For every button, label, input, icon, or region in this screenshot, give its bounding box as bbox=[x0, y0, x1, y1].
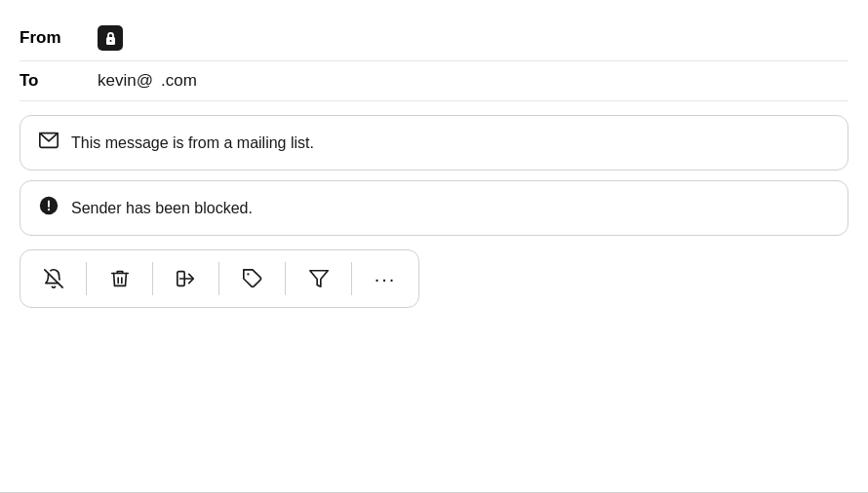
more-button[interactable]: ··· bbox=[352, 250, 418, 307]
to-email-part2: .com bbox=[161, 71, 197, 91]
svg-point-1 bbox=[109, 40, 111, 42]
email-header: From To kevin@ .com bbox=[0, 0, 868, 101]
info-banners: This message is from a mailing list. Sen… bbox=[0, 101, 868, 236]
warning-icon bbox=[38, 195, 59, 221]
from-row: From bbox=[20, 16, 848, 61]
to-label: To bbox=[20, 71, 98, 91]
blocked-sender-banner: Sender has been blocked. bbox=[20, 180, 848, 236]
action-toolbar: ··· bbox=[20, 249, 419, 308]
to-email-part1: kevin@ bbox=[98, 71, 153, 91]
unsubscribe-button[interactable] bbox=[20, 250, 87, 307]
blocked-sender-text: Sender has been blocked. bbox=[71, 200, 253, 217]
to-value: kevin@ .com bbox=[98, 71, 197, 91]
svg-point-5 bbox=[48, 209, 50, 210]
from-value bbox=[98, 25, 123, 51]
mailing-list-banner: This message is from a mailing list. bbox=[20, 115, 848, 171]
svg-marker-9 bbox=[310, 271, 328, 287]
delete-button[interactable] bbox=[87, 250, 153, 307]
tag-button[interactable] bbox=[219, 250, 286, 307]
move-button[interactable] bbox=[153, 250, 219, 307]
from-label: From bbox=[20, 28, 98, 48]
filter-button[interactable] bbox=[286, 250, 352, 307]
envelope-icon bbox=[38, 130, 59, 156]
mailing-list-text: This message is from a mailing list. bbox=[71, 134, 314, 152]
lock-icon bbox=[98, 25, 123, 51]
more-dots: ··· bbox=[375, 268, 397, 290]
to-row: To kevin@ .com bbox=[20, 61, 848, 101]
